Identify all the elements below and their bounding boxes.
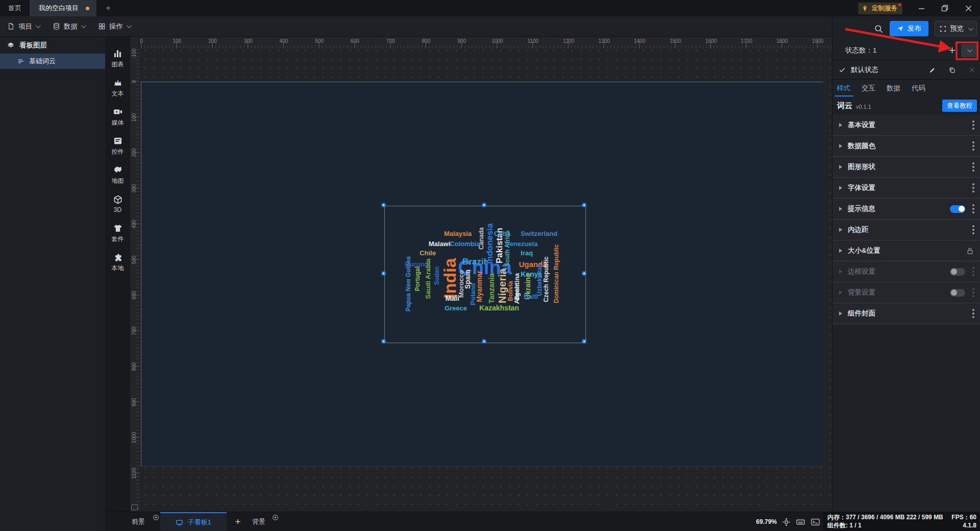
toolstrip-item-控件[interactable]: 控件 — [105, 131, 130, 160]
toggle-off[interactable] — [950, 289, 965, 297]
panel-tab-代码[interactable]: 代码 — [912, 80, 925, 96]
expand-arrow-icon[interactable] — [839, 270, 842, 274]
zoom-level[interactable]: 69.79% — [756, 518, 777, 525]
menu-item-操作[interactable]: 操作 — [98, 22, 130, 31]
database-icon — [53, 22, 60, 30]
tutorial-button[interactable]: 查看教程 — [942, 100, 977, 112]
ruler-origin-icon[interactable] — [131, 504, 138, 510]
design-canvas[interactable]: ChinaIndiaNigeriaIndonesiaPakistanBrazil… — [139, 49, 832, 512]
add-state-button[interactable] — [948, 46, 957, 55]
publish-button[interactable]: 发布 — [890, 21, 928, 36]
close-button[interactable] — [957, 0, 980, 16]
wordcloud-component[interactable]: ChinaIndiaNigeriaIndonesiaPakistanBrazil… — [384, 206, 586, 343]
wordcloud-word: Venezuela — [506, 240, 538, 247]
kebab-menu-icon[interactable] — [972, 124, 974, 126]
expand-arrow-icon[interactable] — [839, 144, 842, 148]
duplicate-state-icon[interactable] — [948, 66, 956, 74]
toolstrip-item-套件[interactable]: 套件 — [105, 219, 130, 248]
kebab-menu-icon[interactable] — [972, 271, 974, 273]
add-board-label: + — [235, 516, 240, 527]
wordcloud-word: Malaysia — [444, 230, 472, 237]
restore-button[interactable] — [933, 0, 957, 16]
custom-service-button[interactable]: 定制服务 — [858, 3, 902, 14]
expand-arrow-icon[interactable] — [839, 311, 842, 316]
toolstrip-item-地图[interactable]: 地图 — [105, 160, 130, 189]
background-tab[interactable]: 背景 — [252, 517, 265, 526]
toolstrip-item-媒体[interactable]: 媒体 — [105, 102, 130, 131]
toolstrip-item-图表[interactable]: 图表 — [105, 44, 130, 73]
add-board-button[interactable]: + — [231, 515, 244, 528]
section-提示信息[interactable]: 提示信息 — [832, 199, 980, 220]
section-label: 背景设置 — [848, 288, 875, 297]
section-label: 图形形状 — [848, 162, 875, 172]
shortcut-keyboard-icon[interactable] — [796, 517, 805, 527]
section-图形形状[interactable]: 图形形状 — [832, 157, 980, 178]
expand-arrow-icon[interactable] — [839, 165, 842, 169]
expand-arrow-icon[interactable] — [839, 123, 842, 127]
kebab-menu-icon[interactable] — [972, 312, 974, 315]
section-背景设置[interactable]: 背景设置 — [832, 282, 980, 303]
custom-service-label: 定制服务 — [872, 4, 897, 13]
menu-item-项目[interactable]: 项目 — [7, 22, 39, 31]
default-state-row[interactable]: 默认状态 — [832, 61, 980, 80]
section-大小&位置[interactable]: 大小&位置 — [832, 240, 980, 261]
edit-state-icon[interactable] — [928, 66, 936, 74]
kebab-menu-icon[interactable] — [972, 145, 974, 147]
kebab-menu-icon[interactable] — [972, 187, 974, 189]
toolstrip-item-本地[interactable]: 本地 — [105, 248, 130, 277]
section-label: 大小&位置 — [848, 246, 880, 255]
notification-dot — [898, 4, 901, 6]
add-foreground-icon[interactable] — [153, 514, 159, 521]
section-内边距[interactable]: 内边距 — [832, 220, 980, 240]
section-数据颜色[interactable]: 数据颜色 — [832, 136, 980, 157]
foreground-tab[interactable]: 前景 — [132, 517, 145, 526]
toggle-on[interactable] — [950, 205, 965, 213]
ruler-label: 300 — [244, 38, 253, 44]
tab-project[interactable]: 我的空白项目 — [30, 0, 96, 16]
panel-tab-样式[interactable]: 样式 — [837, 80, 850, 96]
new-tab-button[interactable]: + — [96, 3, 120, 13]
kebab-menu-icon[interactable] — [972, 292, 974, 294]
kebab-menu-icon[interactable] — [972, 229, 974, 231]
expand-arrow-icon[interactable] — [839, 228, 842, 232]
wordcloud-layer-icon — [17, 58, 24, 65]
add-background-icon[interactable] — [272, 514, 279, 521]
tab-home[interactable]: 首页 — [0, 0, 30, 16]
section-基本设置[interactable]: 基本设置 — [832, 115, 980, 136]
ruler-label: 1400 — [634, 38, 645, 44]
console-icon[interactable] — [811, 517, 820, 527]
expand-arrow-icon[interactable] — [839, 249, 842, 253]
fit-view-icon[interactable] — [782, 518, 791, 526]
preview-button[interactable]: 预览 — [935, 21, 977, 36]
toolstrip-item-文本[interactable]: 文本 — [105, 73, 130, 102]
layer-item-wordcloud[interactable]: 基础词云 — [0, 54, 105, 69]
panel-tab-交互[interactable]: 交互 — [862, 80, 875, 96]
toolstrip-item-3D[interactable]: 3D — [105, 189, 130, 219]
kebab-menu-icon[interactable] — [972, 208, 974, 210]
section-边框设置[interactable]: 边框设置 — [832, 261, 980, 282]
expand-arrow-icon[interactable] — [839, 186, 842, 190]
media-icon — [113, 107, 123, 117]
section-组件封面[interactable]: 组件封面 — [832, 303, 980, 324]
panel-tab-数据[interactable]: 数据 — [887, 80, 900, 96]
ruler-label: 900 — [131, 398, 137, 406]
expand-arrow-icon[interactable] — [839, 207, 842, 211]
kebab-menu-icon[interactable] — [972, 166, 974, 168]
board-tab-active[interactable]: 子看板1 — [160, 512, 227, 531]
section-label: 基本设置 — [848, 120, 875, 130]
search-icon[interactable] — [874, 24, 884, 34]
menu-item-数据[interactable]: 数据 — [53, 22, 85, 31]
minimize-button[interactable] — [910, 0, 933, 16]
toolstrip-item-label: 控件 — [112, 148, 124, 156]
workspace: 0100200300400500600700800900100011001200… — [130, 37, 832, 512]
toggle-off[interactable] — [950, 268, 965, 276]
expand-arrow-icon[interactable] — [839, 291, 842, 295]
state-list-chevron-button[interactable] — [961, 44, 976, 57]
lock-icon[interactable] — [966, 247, 974, 255]
menu-item-label: 操作 — [109, 22, 123, 31]
section-字体设置[interactable]: 字体设置 — [832, 178, 980, 199]
tab-project-label: 我的空白项目 — [39, 4, 79, 13]
properties-panel: 发布 预览 状态数： 1 默认状态 样式交互数据代码 词云 v0.1.1 查看教… — [832, 16, 980, 512]
ruler-label: 1200 — [563, 38, 574, 44]
delete-state-icon[interactable] — [968, 66, 975, 74]
